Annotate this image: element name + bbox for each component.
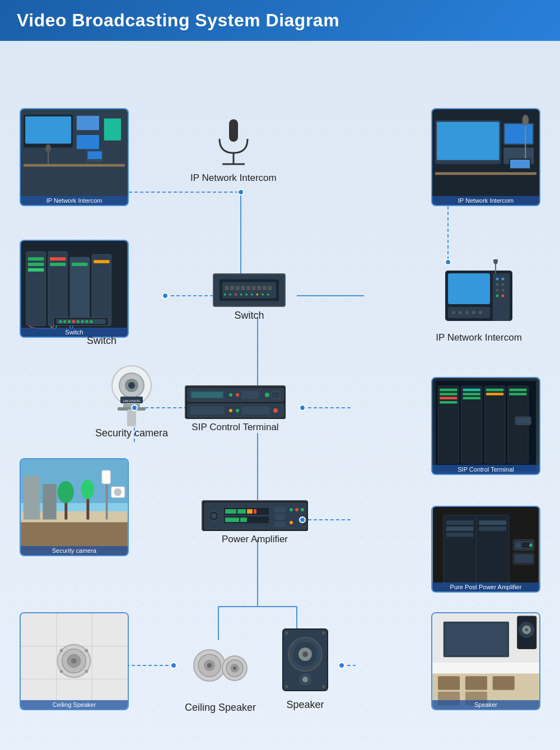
svg-rect-193	[446, 527, 474, 531]
svg-point-104	[502, 295, 505, 297]
svg-rect-61	[63, 320, 66, 323]
svg-rect-135	[486, 393, 503, 395]
svg-rect-53	[28, 268, 44, 272]
svg-rect-125	[484, 386, 505, 463]
svg-rect-195	[479, 520, 506, 525]
svg-rect-56	[72, 263, 87, 266]
svg-point-220	[207, 663, 212, 668]
svg-rect-200	[522, 542, 530, 548]
conn-dot-6	[299, 516, 306, 523]
svg-text:HIKVISION: HIKVISION	[123, 399, 140, 403]
svg-point-118	[229, 409, 232, 412]
svg-point-94	[472, 311, 475, 314]
svg-rect-242	[465, 676, 487, 690]
svg-rect-180	[274, 521, 286, 527]
svg-point-169	[211, 513, 217, 519]
svg-point-249	[525, 628, 528, 631]
svg-rect-74	[246, 286, 250, 290]
svg-rect-194	[446, 533, 474, 537]
svg-point-103	[496, 295, 499, 297]
power-amp-device	[202, 500, 308, 531]
speaker-room-box: Speaker	[431, 612, 540, 710]
svg-point-112	[236, 393, 239, 397]
svg-rect-113	[242, 391, 259, 399]
svg-point-87	[267, 294, 269, 296]
svg-point-34	[45, 145, 51, 153]
svg-rect-55	[50, 263, 66, 266]
diagram-area: IP Network Intercom	[0, 41, 560, 750]
svg-point-106	[493, 259, 498, 264]
svg-point-81	[235, 294, 237, 296]
svg-rect-30	[24, 164, 125, 167]
svg-rect-23	[25, 117, 71, 144]
svg-point-121	[273, 408, 278, 413]
svg-rect-64	[77, 320, 80, 323]
speaker-center-name: Speaker	[274, 699, 336, 711]
svg-point-182	[295, 508, 298, 511]
svg-rect-71	[230, 286, 234, 290]
svg-point-114	[265, 393, 269, 397]
svg-point-79	[224, 294, 226, 296]
svg-rect-190	[445, 516, 475, 585]
svg-point-91	[452, 311, 455, 314]
switch-left-name: Switch	[87, 335, 116, 347]
ceiling-speaker-center-img	[187, 635, 254, 702]
ip-intercom-mid-right-img	[442, 259, 515, 332]
switch-center-label: Switch	[213, 310, 286, 322]
svg-rect-60	[59, 320, 62, 323]
svg-rect-19	[229, 119, 238, 142]
svg-rect-136	[509, 389, 526, 392]
svg-rect-161	[102, 471, 111, 484]
svg-rect-132	[463, 393, 480, 395]
svg-point-199	[516, 543, 521, 547]
svg-rect-128	[440, 393, 457, 395]
svg-rect-178	[274, 507, 286, 513]
svg-rect-115	[271, 391, 280, 399]
svg-rect-192	[446, 520, 474, 525]
security-camera-box: Security camera	[20, 458, 129, 556]
svg-rect-196	[479, 527, 506, 531]
svg-rect-129	[440, 397, 457, 400]
svg-rect-147	[127, 409, 136, 426]
power-amp-right-img	[432, 507, 539, 591]
conn-dot-2	[162, 292, 169, 299]
svg-rect-120	[242, 407, 270, 414]
svg-rect-36	[437, 122, 499, 160]
svg-rect-243	[493, 676, 515, 690]
svg-point-111	[229, 393, 232, 397]
svg-point-165	[114, 488, 122, 496]
svg-rect-131	[463, 389, 480, 392]
conn-dot-7	[338, 662, 345, 669]
sip-right-box: SIP Control Terminal	[431, 377, 540, 475]
svg-rect-70	[225, 286, 229, 290]
svg-point-98	[502, 278, 505, 281]
svg-point-99	[496, 283, 499, 286]
svg-rect-38	[505, 124, 533, 143]
svg-point-213	[60, 649, 63, 653]
svg-point-216	[85, 670, 88, 673]
svg-rect-65	[81, 320, 84, 323]
ip-intercom-center-container: IP Network Intercom	[190, 114, 277, 184]
svg-rect-173	[247, 509, 253, 514]
speaker-center-container: Speaker	[274, 626, 336, 711]
svg-rect-241	[438, 676, 460, 690]
svg-point-233	[322, 631, 325, 635]
svg-point-100	[502, 283, 505, 286]
conn-dot-8	[170, 662, 177, 669]
ip-intercom-right-img	[432, 109, 539, 205]
svg-rect-66	[86, 320, 88, 323]
svg-rect-133	[463, 397, 480, 400]
svg-rect-29	[104, 119, 121, 141]
svg-rect-127	[440, 389, 457, 392]
svg-rect-67	[90, 320, 92, 323]
svg-rect-171	[225, 509, 236, 514]
svg-point-144	[128, 382, 135, 389]
svg-point-214	[85, 649, 88, 653]
security-camera-label: Security camera	[21, 546, 128, 555]
sip-center-label: SIP Control Terminal	[185, 422, 286, 433]
svg-rect-174	[254, 509, 256, 514]
svg-rect-77	[263, 286, 267, 290]
svg-rect-27	[77, 135, 99, 149]
svg-point-201	[529, 543, 533, 547]
conn-dot-5	[131, 404, 138, 411]
